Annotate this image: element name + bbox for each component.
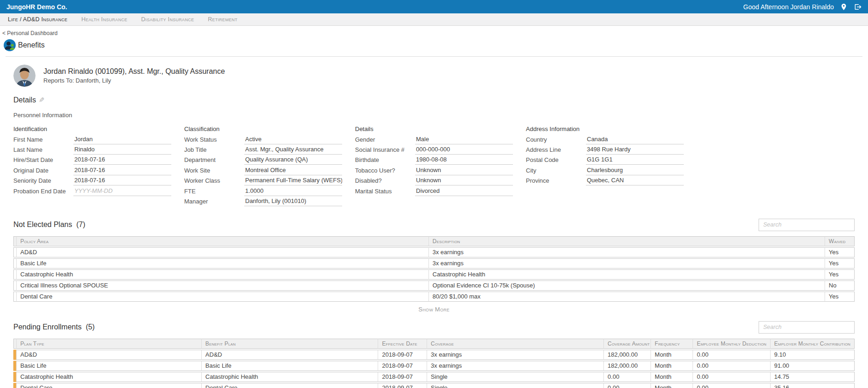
details-section: Details✎ Personnel Information Identific… [13,96,855,207]
table-row[interactable]: AD&D AD&D 2018-09-07 3x earnings 182,000… [13,350,855,360]
field-value[interactable]: G1G 1G1 [586,155,684,165]
logout-icon[interactable] [854,3,862,11]
cell-coverage-amount: 182,000.00 [604,361,651,371]
cell-coverage: 3x earnings [427,350,604,360]
back-chevron-icon: < [2,30,6,36]
field-value[interactable]: 2018-07-16 [73,166,171,175]
table-row[interactable]: AD&D 3x earnings Yes [13,247,855,257]
cell-benefit-plan: Dental Care [202,383,379,388]
address-information-column: Address Information Country Canada Addre… [526,125,684,207]
field-value[interactable]: Quebec, CAN [586,176,684,185]
pending-enrollments-title: Pending Enrollments(5) [13,323,95,331]
edit-pencil-icon[interactable]: ✎ [39,96,45,104]
cell-plan-type: Dental Care [17,383,202,388]
tab-life-add-insurance[interactable]: Life / AD&D Insurance [1,16,74,23]
field-value[interactable]: 3498 Rue Hardy [586,145,684,155]
column-employee-monthly-deduction: Employee Monthly Deduction [693,339,771,349]
tab-health-insurance[interactable]: Health Insurance [74,16,134,23]
cell-description: Catastrophic Health [429,269,825,280]
field-value[interactable]: Rinaldo [73,145,171,155]
field-label: Original Date [13,167,73,174]
field-row: Worker Class Permanent Full-Time Salary … [184,176,342,186]
cell-plan-type: Catastrophic Health [17,372,202,382]
column-effective-date: Effective Date [378,339,427,349]
column-policy-area: Policy Area [17,236,429,246]
field-row: Work Site Montreal Office [184,165,342,175]
not-elected-plans-table: Policy Area Description Waived AD&D 3x e… [13,235,855,303]
brand-title: JungoHR Demo Co. [6,3,67,11]
table-row[interactable]: Catastrophic Health Catastrophic Health … [13,269,855,280]
field-value[interactable]: Active [244,135,342,144]
field-row: Tobacco User? Unknown [355,165,513,175]
breadcrumb-personal-dashboard[interactable]: < Personal Dashboard [0,26,60,36]
field-value[interactable]: YYYY-MM-DD [73,186,171,196]
field-label: Job Title [184,146,244,153]
cell-effective-date: 2018-09-07 [378,361,427,371]
cell-policy-area: Critical Illness Optional SPOUSE [17,281,429,291]
cell-description: 3x earnings [429,258,825,269]
tab-disability-insurance[interactable]: Disability Insurance [134,16,201,23]
not-elected-search-input[interactable] [759,219,855,231]
field-value[interactable]: Quality Assurance (QA) [244,155,342,165]
cell-frequency: Month [651,372,693,382]
field-value[interactable]: 2018-07-16 [73,155,171,165]
cell-effective-date: 2018-09-07 [378,372,427,382]
field-value[interactable]: 000-000-000 [415,145,513,155]
table-row[interactable]: Dental Care 80/20 $1,000 max Yes [13,292,855,302]
location-pin-icon[interactable] [841,3,847,11]
field-row: First Name Jordan [13,134,171,144]
field-value[interactable]: Jordan [73,135,171,144]
field-label: Seniority Date [13,177,73,184]
cell-benefit-plan: Catastrophic Health [202,372,379,382]
field-value[interactable]: Unknown [415,176,513,185]
pending-search-input[interactable] [759,321,855,334]
cell-waived: Yes [825,269,855,280]
cell-description: 3x earnings [429,247,825,257]
reports-to-text: Reports To: Danforth, Lily [43,77,225,84]
cell-employee-monthly-deduction: 0.00 [693,350,771,360]
field-value[interactable]: Male [415,135,513,144]
cell-coverage-amount: 0.00 [604,372,651,382]
field-value[interactable]: 1980-08-08 [415,155,513,165]
field-value[interactable]: 2018-07-16 [73,176,171,185]
field-row: Address Line 3498 Rue Hardy [526,144,684,155]
cell-coverage: Single [427,383,604,388]
field-label: Tobacco User? [355,167,415,174]
cell-employer-monthly-contribution: 91.00 [771,361,855,371]
field-value[interactable]: Canada [586,135,684,144]
row-strip [13,236,17,246]
cell-effective-date: 2018-09-07 [378,350,427,360]
cell-policy-area: AD&D [17,247,429,257]
field-label: Gender [355,136,415,143]
field-value[interactable]: Divorced [415,186,513,196]
show-more-button[interactable]: Show More [13,306,855,313]
column-employer-monthly-contribution: Employer Monthly Contribution [771,339,855,349]
field-value[interactable]: Unknown [415,166,513,175]
field-row: Postal Code G1G 1G1 [526,155,684,165]
field-value[interactable]: Montreal Office [244,166,342,175]
field-value[interactable]: 1.0000 [244,186,342,196]
not-elected-count: (7) [76,221,85,228]
field-label: Disabled? [355,177,415,184]
table-row[interactable]: Basic Life 3x earnings Yes [13,258,855,269]
identification-column: Identification First Name Jordan Last Na… [13,125,171,207]
field-row: Department Quality Assurance (QA) [184,155,342,165]
table-row[interactable]: Critical Illness Optional SPOUSE Optiona… [13,281,855,291]
field-label: Department [184,156,244,163]
row-strip [13,339,17,349]
field-row: Gender Male [355,134,513,144]
field-value[interactable]: Asst. Mgr., Quality Assurance [244,145,342,155]
details-section-title: Details✎ [13,96,855,104]
field-value[interactable]: Charlesbourg [586,166,684,175]
field-row: Province Quebec, CAN [526,176,684,186]
field-value[interactable]: Permanent Full-Time Salary (WEFS) [244,176,342,185]
cell-employee-monthly-deduction: 0.00 [693,383,771,388]
table-row[interactable]: Dental Care Dental Care 2018-09-07 Singl… [13,383,855,388]
benefits-icon [4,39,16,51]
tab-retirement[interactable]: Retirement [201,16,244,23]
table-row[interactable]: Catastrophic Health Catastrophic Health … [13,372,855,382]
field-label: Address Line [526,146,586,153]
field-value[interactable]: Danforth, Lily (001010) [244,197,342,206]
table-row[interactable]: Basic Life Basic Life 2018-09-07 3x earn… [13,361,855,371]
avatar [13,65,36,87]
